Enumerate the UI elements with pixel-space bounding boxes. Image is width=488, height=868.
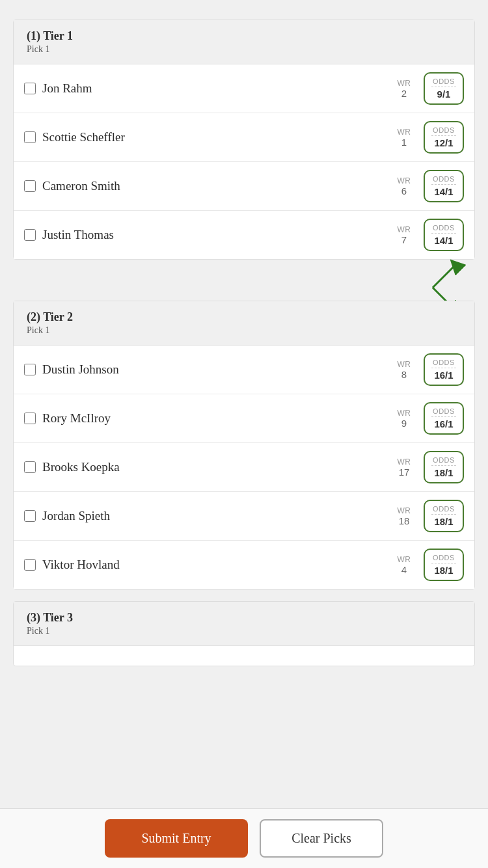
odds-value: 14/1 bbox=[431, 235, 456, 246]
player-name: Cameron Smith bbox=[42, 179, 391, 193]
player-name: Jordan Spieth bbox=[42, 509, 391, 523]
wr-value: 8 bbox=[391, 369, 417, 380]
tier-section-1: (1) Tier 1Pick 1Jon RahmWR2ODDS9/1Scotti… bbox=[13, 20, 475, 260]
player-row: Scottie SchefflerWR1ODDS12/1 bbox=[14, 113, 474, 162]
player-checkbox-1-1[interactable] bbox=[24, 83, 36, 94]
player-name: Viktor Hovland bbox=[42, 558, 391, 572]
player-wr: WR4 bbox=[391, 555, 417, 575]
odds-value: 9/1 bbox=[431, 88, 456, 100]
wr-label: WR bbox=[391, 176, 417, 185]
odds-value: 18/1 bbox=[431, 516, 456, 527]
player-name: Rory McIlroy bbox=[42, 411, 391, 426]
tier-header-3: (3) Tier 3Pick 1 bbox=[14, 602, 474, 646]
wr-value: 2 bbox=[391, 88, 417, 99]
player-name: Brooks Koepka bbox=[42, 460, 391, 474]
odds-label: ODDS bbox=[431, 126, 456, 136]
wr-label: WR bbox=[391, 457, 417, 467]
player-wr: WR1 bbox=[391, 128, 417, 148]
player-checkbox-1-2[interactable] bbox=[24, 131, 36, 143]
odds-label: ODDS bbox=[431, 456, 456, 466]
player-name: Jon Rahm bbox=[42, 81, 391, 96]
clear-picks-button[interactable]: Clear Picks bbox=[260, 819, 383, 858]
player-wr: WR17 bbox=[391, 457, 417, 478]
odds-value: 16/1 bbox=[431, 418, 456, 429]
player-wr: WR9 bbox=[391, 409, 417, 429]
player-checkbox-1-4[interactable] bbox=[24, 229, 36, 241]
odds-badge: ODDS14/1 bbox=[424, 219, 464, 251]
player-row: Dustin JohnsonWR8ODDS16/1 bbox=[14, 346, 474, 394]
player-row: Cameron SmithWR6ODDS14/1 bbox=[14, 162, 474, 211]
odds-label: ODDS bbox=[431, 505, 456, 515]
tier-section-3: (3) Tier 3Pick 1 bbox=[13, 601, 475, 666]
wr-value: 4 bbox=[391, 564, 417, 575]
odds-badge: ODDS18/1 bbox=[424, 500, 464, 532]
player-row: Jordan SpiethWR18ODDS18/1 bbox=[14, 492, 474, 541]
odds-label: ODDS bbox=[431, 175, 456, 185]
odds-value: 16/1 bbox=[431, 370, 456, 381]
player-row: Rory McIlroyWR9ODDS16/1 bbox=[14, 394, 474, 443]
wr-value: 1 bbox=[391, 137, 417, 148]
tier-title-1: (1) Tier 1 bbox=[27, 29, 461, 43]
odds-label: ODDS bbox=[431, 554, 456, 563]
wr-label: WR bbox=[391, 360, 417, 369]
player-checkbox-2-5[interactable] bbox=[24, 559, 36, 571]
wr-value: 17 bbox=[391, 467, 417, 478]
wr-value: 6 bbox=[391, 185, 417, 197]
player-wr: WR18 bbox=[391, 506, 417, 526]
submit-entry-button[interactable]: Submit Entry bbox=[105, 819, 248, 858]
odds-badge: ODDS18/1 bbox=[424, 451, 464, 483]
player-checkbox-1-3[interactable] bbox=[24, 180, 36, 192]
odds-badge: ODDS16/1 bbox=[424, 402, 464, 435]
tier-subtitle-3: Pick 1 bbox=[27, 626, 461, 636]
player-checkbox-2-1[interactable] bbox=[24, 364, 36, 375]
wr-label: WR bbox=[391, 506, 417, 515]
odds-value: 18/1 bbox=[431, 565, 456, 576]
player-name: Justin Thomas bbox=[42, 228, 391, 242]
wr-label: WR bbox=[391, 79, 417, 88]
player-checkbox-2-3[interactable] bbox=[24, 461, 36, 473]
wr-label: WR bbox=[391, 225, 417, 234]
player-wr: WR7 bbox=[391, 225, 417, 245]
player-row: Jon RahmWR2ODDS9/1 bbox=[14, 64, 474, 113]
player-wr: WR6 bbox=[391, 176, 417, 197]
wr-label: WR bbox=[391, 409, 417, 418]
odds-badge: ODDS12/1 bbox=[424, 121, 464, 154]
player-row: Viktor HovlandWR4ODDS18/1 bbox=[14, 541, 474, 589]
odds-value: 18/1 bbox=[431, 467, 456, 478]
odds-label: ODDS bbox=[431, 224, 456, 234]
odds-label: ODDS bbox=[431, 407, 456, 417]
player-wr: WR2 bbox=[391, 79, 417, 99]
wr-value: 7 bbox=[391, 234, 417, 245]
tier-section-2: (2) Tier 2Pick 1Dustin JohnsonWR8ODDS16/… bbox=[13, 301, 475, 590]
player-name: Scottie Scheffler bbox=[42, 130, 391, 144]
wr-value: 18 bbox=[391, 515, 417, 526]
player-name: Dustin Johnson bbox=[42, 362, 391, 377]
odds-badge: ODDS9/1 bbox=[424, 72, 464, 105]
odds-label: ODDS bbox=[431, 77, 456, 87]
player-checkbox-2-2[interactable] bbox=[24, 413, 36, 424]
tier-title-3: (3) Tier 3 bbox=[27, 611, 461, 625]
tier-subtitle-1: Pick 1 bbox=[27, 44, 461, 55]
player-checkbox-2-4[interactable] bbox=[24, 510, 36, 522]
tier-header-1: (1) Tier 1Pick 1 bbox=[14, 20, 474, 64]
odds-value: 12/1 bbox=[431, 137, 456, 148]
odds-label: ODDS bbox=[431, 359, 456, 368]
wr-label: WR bbox=[391, 128, 417, 137]
player-row: Brooks KoepkaWR17ODDS18/1 bbox=[14, 443, 474, 492]
wr-value: 9 bbox=[391, 418, 417, 429]
tier-subtitle-2: Pick 1 bbox=[27, 325, 461, 336]
tier-header-2: (2) Tier 2Pick 1 bbox=[14, 301, 474, 346]
page-wrapper: (1) Tier 1Pick 1Jon RahmWR2ODDS9/1Scotti… bbox=[0, 0, 488, 868]
odds-value: 14/1 bbox=[431, 186, 456, 197]
bottom-bar: Submit Entry Clear Picks bbox=[0, 808, 488, 868]
wr-label: WR bbox=[391, 555, 417, 564]
odds-badge: ODDS14/1 bbox=[424, 170, 464, 202]
tier-title-2: (2) Tier 2 bbox=[27, 310, 461, 324]
player-wr: WR8 bbox=[391, 360, 417, 380]
odds-badge: ODDS16/1 bbox=[424, 353, 464, 386]
odds-badge: ODDS18/1 bbox=[424, 549, 464, 581]
player-row: Justin ThomasWR7ODDS14/1 bbox=[14, 211, 474, 259]
svg-line-0 bbox=[433, 265, 455, 288]
